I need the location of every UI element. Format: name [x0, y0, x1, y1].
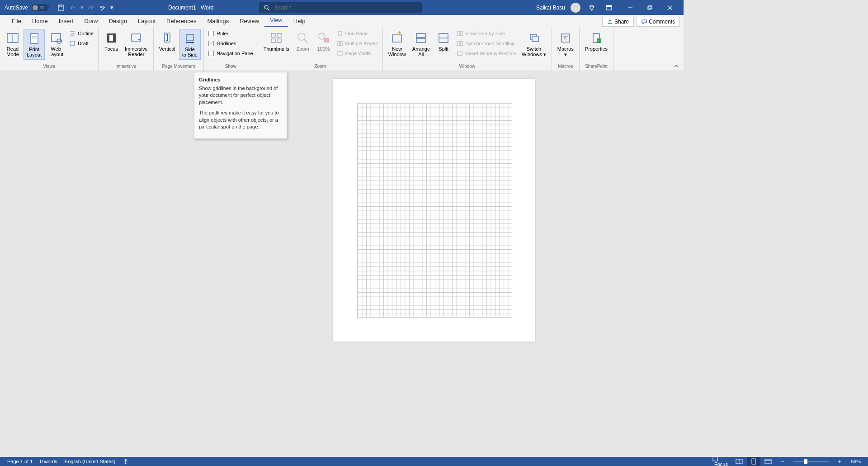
hundred-percent-button[interactable]: 100%: [314, 29, 334, 53]
page[interactable]: [333, 79, 535, 342]
svg-text:abc: abc: [100, 5, 105, 8]
svg-rect-25: [132, 34, 141, 41]
svg-rect-8: [648, 6, 651, 10]
properties-button[interactable]: S Properties: [582, 29, 610, 53]
svg-rect-46: [416, 38, 425, 43]
page-width-button[interactable]: Page Width: [335, 49, 380, 58]
reset-window-button[interactable]: Reset Window Position: [454, 49, 518, 58]
checkbox-icon: [208, 31, 214, 36]
checkbox-checked-icon: ✓: [208, 41, 214, 46]
ruler-checkbox[interactable]: Ruler: [207, 30, 255, 37]
redo-icon[interactable]: [86, 3, 96, 13]
split-icon: [436, 31, 451, 45]
macros-group-label: Macros: [555, 63, 576, 70]
undo-icon[interactable]: [68, 3, 78, 13]
svg-text:+: +: [397, 31, 401, 36]
tab-mailings[interactable]: Mailings: [202, 15, 235, 27]
undo-dropdown-icon[interactable]: ▾: [80, 3, 84, 13]
svg-line-35: [304, 39, 307, 43]
gridlines-checkbox[interactable]: ✓ Gridlines: [207, 40, 255, 47]
svg-rect-14: [31, 33, 38, 43]
split-button[interactable]: Split: [434, 29, 453, 53]
tab-file[interactable]: File: [6, 15, 27, 27]
svg-rect-33: [277, 39, 281, 43]
tab-view[interactable]: View: [264, 14, 288, 27]
svg-rect-0: [60, 5, 62, 7]
tab-draw[interactable]: Draw: [79, 15, 103, 27]
thumbnails-button[interactable]: Thumbnails: [261, 29, 292, 53]
user-name[interactable]: Saikat Basu: [536, 5, 565, 11]
tab-review[interactable]: Review: [234, 15, 264, 27]
side-to-side-button[interactable]: Side to Side: [179, 29, 201, 60]
zoom-group-label: Zoom: [261, 63, 380, 70]
tab-insert[interactable]: Insert: [53, 15, 79, 27]
tab-home[interactable]: Home: [27, 15, 53, 27]
ribbon-display-icon[interactable]: [603, 2, 615, 14]
tab-help[interactable]: Help: [288, 15, 311, 27]
zoom-button[interactable]: Zoom: [293, 29, 313, 53]
outline-button[interactable]: Outline: [67, 29, 95, 38]
tooltip-title: Gridlines: [199, 77, 282, 82]
gridlines-overlay: [357, 103, 512, 318]
tab-design[interactable]: Design: [104, 15, 132, 27]
diamond-icon[interactable]: [586, 2, 598, 14]
new-window-button[interactable]: + New Window: [386, 29, 409, 59]
group-sharepoint: S Properties SharePoint: [580, 27, 613, 71]
group-zoom: Thumbnails Zoom 100% One Page Multiple P…: [258, 27, 383, 71]
search-input[interactable]: [274, 5, 417, 11]
immersive-reader-button[interactable]: Immersive Reader: [122, 29, 151, 59]
document-title: Document1 - Word: [168, 5, 213, 11]
macros-button[interactable]: Macros▾: [555, 29, 576, 59]
svg-line-3: [268, 9, 269, 10]
svg-rect-22: [70, 41, 75, 46]
group-page-movement: Vertical Side to Side Page Movement: [154, 27, 204, 71]
switch-windows-icon: [527, 31, 541, 45]
autosave-toggle[interactable]: Off: [32, 4, 49, 11]
maximize-button[interactable]: [640, 0, 660, 15]
share-button[interactable]: Share: [602, 17, 634, 27]
page-width-icon: [336, 50, 344, 57]
group-views: Read Mode Print Layout Web Layout Outlin…: [0, 27, 99, 71]
qat-customize-icon[interactable]: ▾: [109, 3, 114, 13]
navigation-pane-checkbox[interactable]: Navigation Pane: [207, 50, 255, 57]
print-layout-button[interactable]: Print Layout: [24, 29, 45, 60]
group-immersive: Focus Immersive Reader Immersive: [99, 27, 154, 71]
view-side-by-side-button[interactable]: View Side by Side: [454, 29, 518, 38]
svg-point-34: [298, 33, 305, 40]
sync-scroll-button[interactable]: Synchronous Scrolling: [454, 39, 518, 48]
draft-icon: [69, 40, 76, 47]
focus-button[interactable]: Focus: [101, 29, 121, 53]
comments-button[interactable]: Comments: [637, 17, 680, 27]
read-mode-button[interactable]: Read Mode: [3, 29, 23, 59]
title-bar: AutoSave Off ▾ abc ▾ Document1 - Word: [0, 0, 684, 15]
macros-icon: [558, 31, 573, 45]
switch-windows-button[interactable]: Switch Windows ▾: [519, 29, 549, 59]
multiple-pages-icon: [336, 40, 344, 47]
svg-rect-32: [271, 39, 275, 43]
tooltip: Gridlines Show gridlines in the backgrou…: [194, 72, 287, 139]
views-group-label: Views: [3, 63, 95, 70]
svg-rect-28: [186, 34, 193, 41]
web-layout-button[interactable]: Web Layout: [46, 29, 66, 59]
show-group-label: Show: [207, 63, 255, 70]
avatar[interactable]: [571, 3, 580, 13]
window-group-label: Window: [386, 63, 549, 70]
collapse-ribbon-button[interactable]: [669, 62, 684, 71]
tab-references[interactable]: References: [161, 15, 202, 27]
draft-button[interactable]: Draft: [67, 39, 95, 48]
spellcheck-icon[interactable]: abc: [98, 3, 108, 13]
arrange-all-button[interactable]: Arrange All: [410, 29, 433, 59]
tab-bar: File Home Insert Draw Design Layout Refe…: [0, 15, 684, 27]
vertical-button[interactable]: Vertical: [156, 29, 178, 53]
tab-layout[interactable]: Layout: [132, 15, 161, 27]
comment-icon: [642, 19, 647, 24]
group-window: + New Window Arrange All Split View Side…: [383, 27, 552, 71]
one-page-button[interactable]: One Page: [335, 29, 380, 38]
sharepoint-group-label: SharePoint: [582, 63, 610, 70]
multiple-pages-button[interactable]: Multiple Pages: [335, 39, 380, 48]
save-icon[interactable]: [56, 3, 66, 13]
search-box[interactable]: [259, 2, 422, 13]
minimize-button[interactable]: [620, 0, 640, 15]
close-button[interactable]: [660, 0, 680, 15]
document-area[interactable]: [0, 71, 684, 366]
